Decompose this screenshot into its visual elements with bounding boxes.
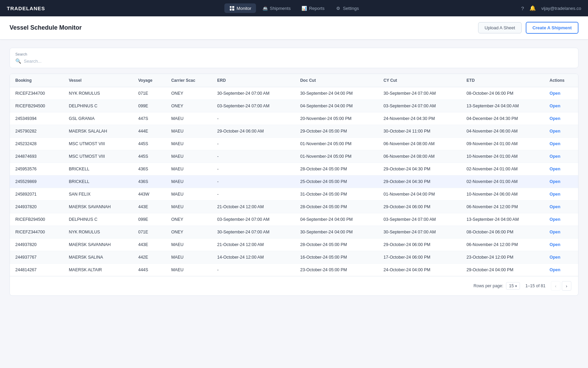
- col-carrier-scac: Carrier Scac: [166, 74, 212, 87]
- cell-booking: RICEFB294500: [10, 100, 63, 112]
- cell-vessel: BRICKELL: [63, 175, 133, 188]
- cell-cy-cut: 29-October-24 04:30 PM: [378, 163, 461, 175]
- search-icon: 🔍: [15, 58, 21, 64]
- cell-erd: -: [212, 163, 295, 175]
- cell-booking: 245232428: [10, 138, 63, 150]
- open-action-link[interactable]: Open: [550, 255, 560, 260]
- create-shipment-button[interactable]: Create A Shipment: [526, 22, 578, 34]
- open-action-link[interactable]: Open: [550, 230, 560, 234]
- col-erd: ERD: [212, 74, 295, 87]
- open-action-link[interactable]: Open: [550, 179, 560, 184]
- table-container: Booking Vessel Voyage Carrier Scac ERD D…: [10, 74, 578, 296]
- open-action-link[interactable]: Open: [550, 204, 560, 209]
- cell-erd: 03-September-24 07:00 AM: [212, 100, 295, 112]
- cell-voyage: 099E: [133, 100, 166, 112]
- open-action-link[interactable]: Open: [550, 154, 560, 159]
- user-email: vijay@tradelanes.co: [541, 6, 581, 11]
- open-action-link[interactable]: Open: [550, 91, 560, 96]
- cell-booking: RICEFZ344700: [10, 87, 63, 100]
- open-action-link[interactable]: Open: [550, 217, 560, 222]
- cell-voyage: 071E: [133, 226, 166, 239]
- cell-action: Open: [544, 188, 578, 201]
- cell-booking: 245892071: [10, 188, 63, 201]
- search-input-wrap: 🔍: [15, 58, 573, 64]
- nav-links: Monitor 🚢 Shipments 📊 Reports ⚙ Settings: [224, 3, 363, 13]
- cell-cy-cut: 30-October-24 11:00 PM: [378, 125, 461, 138]
- nav-right: ? 🔔 vijay@tradelanes.co: [521, 5, 581, 11]
- open-action-link[interactable]: Open: [550, 242, 560, 247]
- nav-label-settings: Settings: [343, 6, 359, 11]
- table-row: 245790282MAERSK SALALAH444EMAEU29-Octobe…: [10, 125, 578, 138]
- cell-doc-cut: 31-October-24 05:00 PM: [295, 188, 378, 201]
- rows-per-page-select[interactable]: 15 ▾: [506, 282, 520, 290]
- cell-vessel: MSC UTMOST VIII: [63, 138, 133, 150]
- cell-booking: 245349394: [10, 112, 63, 125]
- cell-etd: 10-November-24 01:00 AM: [461, 150, 544, 163]
- cell-cy-cut: 06-November-24 08:00 AM: [378, 150, 461, 163]
- cell-doc-cut: 30-September-24 04:00 PM: [295, 87, 378, 100]
- cell-action: Open: [544, 125, 578, 138]
- chevron-down-icon: ▾: [515, 284, 517, 288]
- grid-icon: [229, 5, 234, 11]
- chart-icon: 📊: [301, 5, 307, 11]
- nav-item-shipments[interactable]: 🚢 Shipments: [258, 3, 295, 13]
- cell-doc-cut: 25-October-24 05:00 PM: [295, 175, 378, 188]
- open-action-link[interactable]: Open: [550, 192, 560, 197]
- cell-cy-cut: 29-October-24 06:00 PM: [378, 201, 461, 213]
- nav-item-reports[interactable]: 📊 Reports: [297, 3, 329, 13]
- open-action-link[interactable]: Open: [550, 141, 560, 146]
- next-page-button[interactable]: ›: [562, 281, 571, 291]
- nav-item-monitor[interactable]: Monitor: [224, 3, 256, 13]
- cell-cy-cut: 03-September-24 07:00 AM: [378, 213, 461, 226]
- search-input[interactable]: [24, 59, 573, 64]
- cell-doc-cut: 23-October-24 05:00 PM: [295, 264, 378, 276]
- cell-action: Open: [544, 175, 578, 188]
- table-header-row: Booking Vessel Voyage Carrier Scac ERD D…: [10, 74, 578, 87]
- open-action-link[interactable]: Open: [550, 104, 560, 108]
- help-icon[interactable]: ?: [521, 5, 524, 11]
- prev-page-button[interactable]: ‹: [551, 281, 560, 291]
- upload-sheet-button[interactable]: Upload A Sheet: [478, 22, 522, 33]
- nav-item-settings[interactable]: ⚙ Settings: [331, 3, 364, 13]
- cell-etd: 09-November-24 01:00 AM: [461, 138, 544, 150]
- table-row: RICEFB294500DELPHINUS C099EONEY03-Septem…: [10, 100, 578, 112]
- cell-carrier: ONEY: [166, 226, 212, 239]
- cell-doc-cut: 04-September-24 04:00 PM: [295, 213, 378, 226]
- cell-action: Open: [544, 87, 578, 100]
- cell-erd: 30-September-24 07:00 AM: [212, 87, 295, 100]
- cell-booking: 245529869: [10, 175, 63, 188]
- cell-booking: 244874693: [10, 150, 63, 163]
- content-area: Search 🔍 Booking Vessel Voyage Carrier S…: [0, 40, 588, 304]
- open-action-link[interactable]: Open: [550, 167, 560, 171]
- cell-etd: 04-November-24 06:00 AM: [461, 125, 544, 138]
- cell-action: Open: [544, 201, 578, 213]
- cell-doc-cut: 16-October-24 05:00 PM: [295, 251, 378, 264]
- cell-vessel: MAERSK SAVANNAH: [63, 201, 133, 213]
- open-action-link[interactable]: Open: [550, 129, 560, 134]
- cell-carrier: MAEU: [166, 138, 212, 150]
- open-action-link[interactable]: Open: [550, 116, 560, 121]
- cell-carrier: ONEY: [166, 87, 212, 100]
- cell-carrier: MAEU: [166, 239, 212, 251]
- open-action-link[interactable]: Open: [550, 267, 560, 272]
- cell-action: Open: [544, 163, 578, 175]
- cell-booking: 244937767: [10, 251, 63, 264]
- cell-voyage: 443E: [133, 201, 166, 213]
- cell-doc-cut: 20-November-24 05:00 PM: [295, 112, 378, 125]
- cell-vessel: SAN FELIX: [63, 188, 133, 201]
- cell-erd: -: [212, 188, 295, 201]
- cell-cy-cut: 17-October-24 06:00 PM: [378, 251, 461, 264]
- rows-per-page-value: 15: [509, 283, 514, 288]
- cell-erd: 21-October-24 12:00 AM: [212, 201, 295, 213]
- cell-voyage: 445S: [133, 150, 166, 163]
- cell-doc-cut: 28-October-24 05:00 PM: [295, 201, 378, 213]
- cell-etd: 08-October-24 06:00 PM: [461, 87, 544, 100]
- cell-etd: 13-September-24 04:00 AM: [461, 100, 544, 112]
- cell-booking: RICEFZ344700: [10, 226, 63, 239]
- cell-doc-cut: 29-October-24 05:00 PM: [295, 125, 378, 138]
- cell-cy-cut: 30-September-24 07:00 AM: [378, 226, 461, 239]
- cell-cy-cut: 06-November-24 08:00 AM: [378, 138, 461, 150]
- rows-per-page-label: Rows per page:: [473, 283, 503, 288]
- table-row: RICEFB294500DELPHINUS C099EONEY03-Septem…: [10, 213, 578, 226]
- notifications-icon[interactable]: 🔔: [529, 5, 536, 11]
